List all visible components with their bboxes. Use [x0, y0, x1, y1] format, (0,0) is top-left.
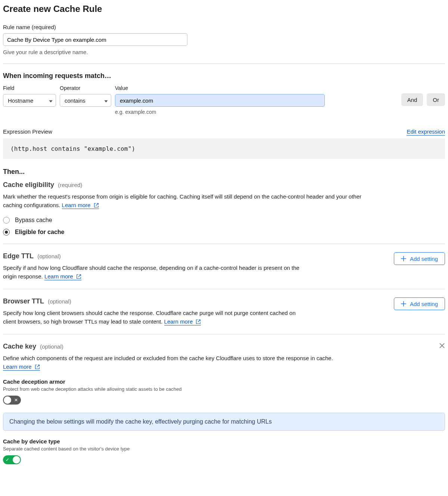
plus-icon: [401, 301, 406, 306]
chevron-down-icon: [104, 97, 108, 104]
field-select[interactable]: Hostname: [3, 94, 56, 107]
expression-code: (http.host contains "example.com"): [3, 138, 445, 159]
match-heading: When incoming requests match…: [3, 72, 445, 80]
external-link-icon: [196, 319, 201, 324]
browser-ttl-desc: Specify how long client browsers should …: [3, 310, 296, 325]
eligibility-tag: (required): [58, 182, 82, 188]
cache-key-tag: (optional): [40, 343, 63, 350]
browser-ttl-learn-more-link[interactable]: Learn more: [164, 318, 201, 325]
eligibility-learn-more-link[interactable]: Learn more: [62, 202, 99, 209]
cache-key-title: Cache key: [3, 343, 36, 350]
check-icon: ✓: [6, 458, 9, 462]
external-link-icon: [76, 274, 81, 279]
deception-toggle[interactable]: ✕: [3, 396, 21, 405]
value-hint: e.g. example.com: [115, 109, 398, 115]
operator-select-value: contains: [65, 97, 85, 104]
cache-key-desc: Define which components of the request a…: [3, 355, 333, 361]
chevron-down-icon: [49, 97, 53, 104]
eligible-cache-label: Eligible for cache: [15, 229, 64, 235]
and-button[interactable]: And: [401, 93, 423, 106]
edge-ttl-tag: (optional): [37, 253, 61, 259]
bypass-cache-radio[interactable]: [3, 217, 10, 224]
cache-key-learn-more-link[interactable]: Learn more: [3, 364, 40, 371]
by-device-desc: Separate cached content based on the vis…: [3, 446, 445, 452]
edge-ttl-add-button[interactable]: Add setting: [394, 252, 445, 265]
value-input[interactable]: [115, 94, 325, 107]
deception-title: Cache deception armor: [3, 378, 445, 385]
operator-label: Operator: [60, 85, 111, 91]
value-label: Value: [115, 85, 398, 91]
plus-icon: [401, 256, 406, 261]
cache-key-close-button[interactable]: [439, 343, 445, 350]
browser-ttl-add-button[interactable]: Add setting: [394, 297, 445, 310]
operator-select[interactable]: contains: [60, 94, 111, 107]
eligibility-desc: Mark whether the request's response from…: [3, 193, 361, 208]
rule-name-label: Rule name (required): [3, 24, 445, 30]
browser-ttl-tag: (optional): [48, 298, 71, 305]
external-link-icon: [35, 364, 40, 369]
page-title: Create new Cache Rule: [3, 4, 445, 14]
field-label: Field: [3, 85, 56, 91]
rule-name-input[interactable]: [3, 33, 187, 46]
deception-desc: Protect from web cache deception attacks…: [3, 386, 445, 392]
rule-name-hint: Give your rule a descriptive name.: [3, 49, 445, 55]
x-icon: ✕: [14, 398, 18, 402]
cache-key-warning-banner: Changing the below settings will modify …: [3, 413, 445, 431]
by-device-toggle[interactable]: ✓: [3, 455, 21, 464]
edge-ttl-title: Edge TTL: [3, 252, 34, 260]
edge-ttl-learn-more-link[interactable]: Learn more: [44, 273, 81, 280]
eligibility-title: Cache eligibility: [3, 181, 54, 188]
external-link-icon: [94, 203, 99, 208]
expression-preview-label: Expression Preview: [3, 128, 52, 135]
field-select-value: Hostname: [8, 97, 33, 104]
eligible-cache-radio[interactable]: [3, 229, 10, 235]
browser-ttl-title: Browser TTL: [3, 297, 44, 305]
bypass-cache-label: Bypass cache: [15, 217, 52, 224]
edit-expression-link[interactable]: Edit expression: [407, 128, 445, 135]
close-icon: [439, 343, 445, 349]
by-device-title: Cache by device type: [3, 438, 445, 444]
then-heading: Then...: [3, 168, 445, 176]
or-button[interactable]: Or: [427, 93, 445, 106]
